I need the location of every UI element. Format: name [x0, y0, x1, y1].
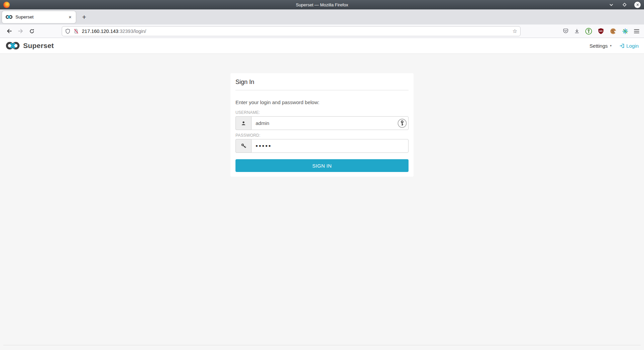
password-input[interactable]	[251, 139, 409, 153]
signin-panel: Sign In Enter your login and password be…	[230, 73, 414, 177]
insecure-lock-icon[interactable]	[73, 29, 79, 34]
url-bar[interactable]: 217.160.120.143:32393/login/ ☆	[62, 26, 521, 36]
window-maximize-button[interactable]	[621, 2, 628, 8]
signin-form: Enter your login and password below: USE…	[230, 90, 414, 177]
username-addon	[235, 116, 251, 130]
back-button[interactable]	[3, 26, 15, 36]
url-path: :32393/login/	[118, 29, 146, 34]
ublock-origin-icon[interactable]: UO	[598, 28, 604, 34]
username-input[interactable]	[251, 116, 409, 130]
window-titlebar: Superset — Mozilla Firefox	[0, 0, 644, 9]
tab-title: Superset	[15, 14, 64, 19]
menu-button[interactable]	[634, 29, 639, 34]
keepassxc-extension-icon[interactable]	[585, 28, 592, 35]
navigation-toolbar: 217.160.120.143:32393/login/ ☆	[0, 25, 644, 38]
bookmark-star-icon[interactable]: ☆	[513, 28, 517, 34]
key-icon	[241, 143, 246, 148]
username-label: USERNAME:	[235, 110, 409, 115]
svg-text:UO: UO	[599, 30, 603, 32]
password-label: PASSWORD:	[235, 133, 409, 138]
sign-in-button[interactable]: SIGN IN	[235, 159, 409, 172]
downloads-icon[interactable]	[574, 29, 580, 34]
firefox-logo-icon	[3, 2, 10, 8]
tab-superset[interactable]: Superset ×	[2, 11, 76, 23]
url-host: 217.160.120.143	[82, 29, 118, 34]
superset-infinity-icon	[5, 41, 20, 50]
password-addon	[235, 139, 251, 153]
window-minimize-button[interactable]	[608, 2, 614, 8]
superset-logo[interactable]: Superset	[5, 41, 54, 50]
chevron-down-icon	[609, 3, 613, 7]
settings-label: Settings	[590, 43, 608, 49]
page-content: Sign In Enter your login and password be…	[0, 54, 644, 350]
new-tab-button[interactable]: +	[78, 11, 90, 23]
login-link[interactable]: Login	[620, 43, 639, 49]
tracking-protection-shield-icon[interactable]	[65, 29, 70, 34]
tab-bar: Superset × +	[0, 9, 644, 25]
window-title: Superset — Mozilla Firefox	[0, 2, 644, 7]
tab-close-button[interactable]: ×	[67, 14, 73, 20]
window-close-button[interactable]	[634, 2, 641, 8]
site-header: Superset Settings ▾ Login	[0, 38, 644, 54]
reload-icon	[29, 29, 35, 34]
languagetool-extension-icon[interactable]	[622, 28, 628, 34]
superset-favicon-icon	[5, 15, 13, 19]
back-arrow-icon	[6, 28, 12, 34]
settings-menu[interactable]: Settings ▾	[590, 43, 612, 49]
password-input-group	[235, 139, 409, 153]
sign-in-icon	[620, 43, 625, 48]
signin-instruction: Enter your login and password below:	[235, 99, 409, 105]
toolbar-extensions: UO	[563, 28, 639, 35]
url-text[interactable]: 217.160.120.143:32393/login/	[82, 29, 509, 34]
brand-name: Superset	[23, 42, 54, 50]
cookie-extension-icon[interactable]	[610, 28, 616, 35]
header-nav: Settings ▾ Login	[590, 43, 639, 49]
password-manager-icon[interactable]	[397, 119, 407, 128]
username-input-group	[235, 116, 409, 130]
user-icon	[241, 121, 246, 126]
footer-divider	[3, 345, 641, 345]
diamond-maximize-icon	[623, 3, 627, 7]
pocket-icon[interactable]	[563, 28, 569, 34]
login-label: Login	[626, 43, 639, 49]
signin-title: Sign In	[230, 73, 414, 86]
forward-button[interactable]	[15, 26, 26, 36]
window-controls	[608, 2, 641, 8]
caret-down-icon: ▾	[610, 44, 612, 47]
close-icon	[636, 3, 639, 6]
forward-arrow-icon	[18, 28, 23, 34]
reload-button[interactable]	[26, 26, 38, 36]
hamburger-icon	[634, 29, 639, 34]
